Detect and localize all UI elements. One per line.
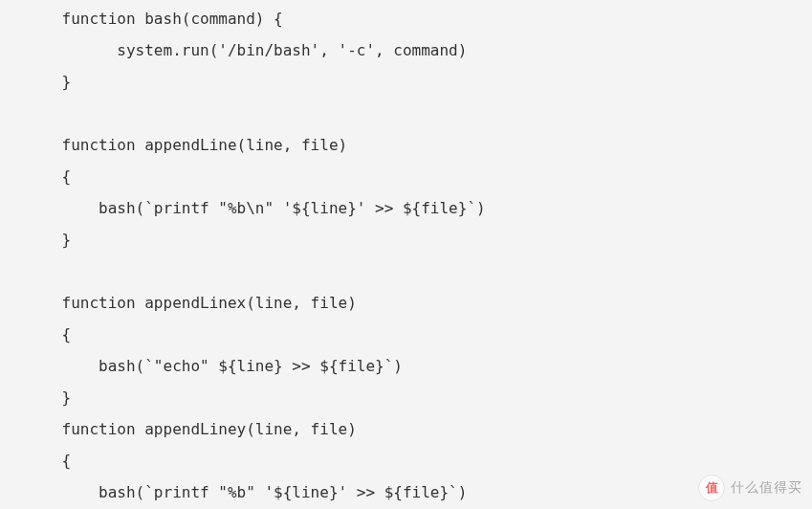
code-block: function bash(command) { system.run('/bi… (25, 4, 486, 509)
watermark-badge-icon: 值 (698, 475, 725, 501)
watermark: 值 什么值得买 (698, 475, 802, 501)
watermark-text: 什么值得买 (731, 479, 802, 497)
code-content: function bash(command) { system.run('/bi… (25, 10, 486, 509)
